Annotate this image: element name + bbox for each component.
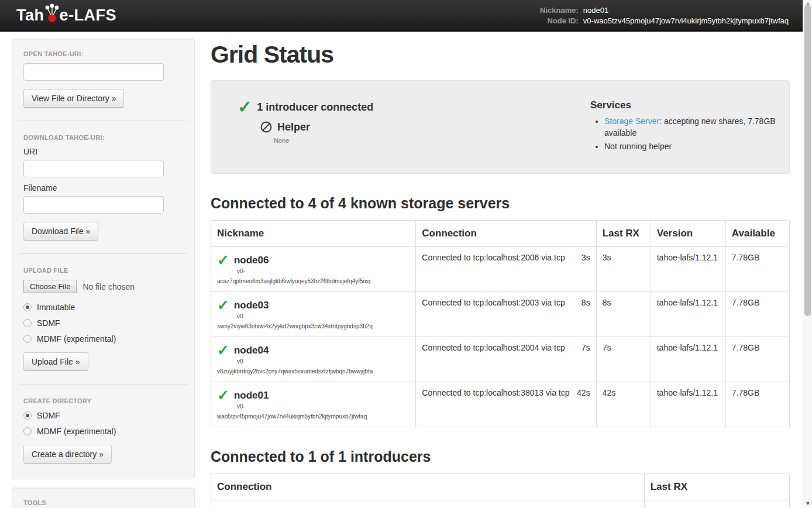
server-last-rx: 42s (596, 382, 651, 427)
download-uri-label: DOWNLOAD TAHOE-URI: (23, 134, 183, 141)
connected-check-icon: ✓ (217, 253, 229, 267)
grid-status-summary: ✓ 1 introducer connected Helper None Ser… (211, 80, 790, 174)
upload-file-label: UPLOAD FILE (23, 267, 183, 274)
services-title: Services (590, 99, 777, 111)
server-nickname: node01 (234, 390, 269, 401)
column-header-nickname: Nickname (211, 221, 416, 247)
connected-check-icon: ✓ (217, 388, 229, 403)
server-id-hash: wao5tzv45pmoju47jow7rvl4ukirjm5ytbh2kjty… (217, 413, 410, 420)
server-connection: Connected to tcp:localhost:2006 via tcp (422, 253, 565, 262)
server-id-prefix: v0- (237, 403, 410, 410)
radio-mdmf-dir[interactable] (23, 427, 32, 435)
server-connection: Connected to tcp:localhost:38013 via tcp (422, 388, 569, 397)
nickname-label: Nickname: (540, 6, 579, 15)
introducer-check-icon: ✓ (238, 98, 252, 116)
tahoe-dot-icon (43, 3, 61, 24)
page-title: Grid Status (211, 41, 790, 68)
divider (19, 253, 188, 254)
radio-mdmf-upload-label: MDMF (experimental) (37, 334, 116, 344)
radio-sdmf-upload[interactable] (23, 319, 32, 327)
divider (19, 384, 188, 385)
server-nickname: node06 (234, 255, 269, 266)
table-row: ✓ node06 v0- acaz7qptmeo6m3asjlgkb6iwlyu… (211, 247, 790, 292)
download-filename-input[interactable] (23, 196, 164, 214)
tools-label: TOOLS (23, 499, 183, 506)
scrollbar-thumb[interactable] (804, 5, 811, 316)
connected-check-icon: ✓ (217, 298, 229, 313)
column-header-last-rx: Last RX (644, 474, 789, 500)
introducer-status-text: 1 introducer connected (257, 101, 373, 114)
column-header-last-rx: Last RX (596, 221, 651, 247)
node-id-value: v0-wao5tzv45pmoju47jow7rvl4ukirjm5ytbh2k… (583, 16, 789, 25)
connected-check-icon: ✓ (217, 343, 229, 358)
server-available: 7.78GB (725, 292, 789, 337)
table-row: ✓ node03 v0- swny2viyw63ofxwi4x2yykd2woq… (211, 292, 790, 337)
server-last-rx: 8s (596, 292, 651, 337)
service-item-storage: Storage Server: accepting new shares, 7.… (604, 116, 777, 139)
open-uri-input[interactable] (23, 63, 164, 81)
tools-panel: TOOLS Recent and Active Operations (12, 488, 195, 508)
radio-row-sdmf-upload: SDMF (23, 318, 183, 328)
top-navbar: Tah e-LAFS Nickname: node01 Node ID: v0-… (0, 0, 803, 32)
server-version: tahoe-lafs/1.12.1 (651, 337, 725, 382)
scroll-down-arrow-icon[interactable]: ▼ (803, 500, 812, 507)
server-last-rx: 7s (596, 337, 651, 382)
tahoe-lafs-logo[interactable]: Tah e-LAFS (16, 5, 116, 26)
server-connection: Connected to tcp:localhost:2003 via tcp (422, 298, 565, 307)
upload-file-button[interactable]: Upload File » (23, 352, 88, 371)
download-file-button[interactable]: Download File » (23, 222, 98, 241)
introducer-last-rx: 4s (644, 500, 789, 508)
table-row: ✓ node04 v0- v6zuyjkbrrkqy2bvc2cny7qwax5… (211, 337, 790, 382)
choose-file-button[interactable]: Choose File (23, 280, 77, 293)
server-id-hash: v6zuyjkbrrkqy2bvc2cny7qwax5sxumedsxfzfjw… (217, 368, 410, 375)
helper-title: Helper (277, 121, 310, 133)
nickname-value: node01 (583, 6, 789, 15)
column-header-available: Available (725, 221, 789, 247)
create-directory-label: CREATE DIRECTORY (23, 397, 183, 404)
column-header-connection: Connection (211, 474, 645, 500)
main-content: Grid Status ✓ 1 introducer connected Hel… (211, 39, 790, 508)
view-file-button[interactable]: View File or Directory » (23, 89, 124, 108)
server-id-prefix: v0- (237, 268, 410, 274)
service-item-helper: Not running helper (604, 141, 777, 153)
node-id-label: Node ID: (540, 16, 579, 25)
radio-immutable[interactable] (23, 303, 32, 311)
node-info: Nickname: node01 Node ID: v0-wao5tzv45pm… (540, 6, 789, 25)
server-last-rx: 3s (596, 247, 651, 292)
sidebar: OPEN TAHOE-URI: View File or Directory »… (12, 39, 195, 508)
connection-age: 8s (582, 298, 590, 307)
server-version: tahoe-lafs/1.12.1 (651, 382, 725, 427)
helper-disabled-icon (260, 121, 273, 133)
open-uri-label: OPEN TAHOE-URI: (23, 50, 183, 57)
sidebar-forms-panel: OPEN TAHOE-URI: View File or Directory »… (12, 39, 195, 479)
radio-row-mdmf-dir: MDMF (experimental) (23, 427, 183, 436)
radio-mdmf-upload[interactable] (23, 335, 32, 343)
column-header-connection: Connection (416, 221, 596, 247)
radio-sdmf-dir[interactable] (23, 411, 32, 420)
server-available: 7.78GB (725, 337, 789, 382)
server-nickname: node03 (234, 300, 269, 311)
services-panel: Services Storage Server: accepting new s… (590, 98, 777, 158)
no-file-chosen-text: No file chosen (82, 282, 135, 291)
server-id-prefix: v0- (237, 358, 410, 365)
connection-age: 7s (582, 343, 590, 352)
server-available: 7.78GB (725, 382, 789, 427)
storage-server-link[interactable]: Storage Server (604, 116, 659, 126)
download-uri-input[interactable] (23, 160, 164, 177)
storage-servers-table: Nickname Connection Last RX Version Avai… (211, 220, 790, 427)
radio-row-immutable: Immutable (23, 303, 183, 312)
server-version: tahoe-lafs/1.12.1 (651, 247, 725, 292)
create-directory-button[interactable]: Create a directory » (23, 445, 112, 464)
radio-row-sdmf-dir: SDMF (23, 411, 183, 420)
logo-text-pre: Tah (16, 6, 44, 25)
column-header-version: Version (651, 221, 725, 247)
introducers-table: Connection Last RX ✓ Connected to tcp:lo… (211, 473, 790, 508)
server-connection: Connected to tcp:localhost:2004 via tcp (422, 343, 565, 352)
server-id-hash: acaz7qptmeo6m3asjlgkb6iwlyuqey53hz26tbdm… (217, 278, 410, 284)
server-nickname: node04 (234, 345, 269, 356)
logo-text-post: e-LAFS (60, 6, 117, 25)
vertical-scrollbar[interactable]: ▲ ▼ (803, 0, 812, 508)
storage-servers-heading: Connected to 4 of 4 known storage server… (211, 195, 790, 212)
connection-age: 3s (582, 253, 590, 262)
radio-mdmf-dir-label: MDMF (experimental) (37, 427, 116, 436)
